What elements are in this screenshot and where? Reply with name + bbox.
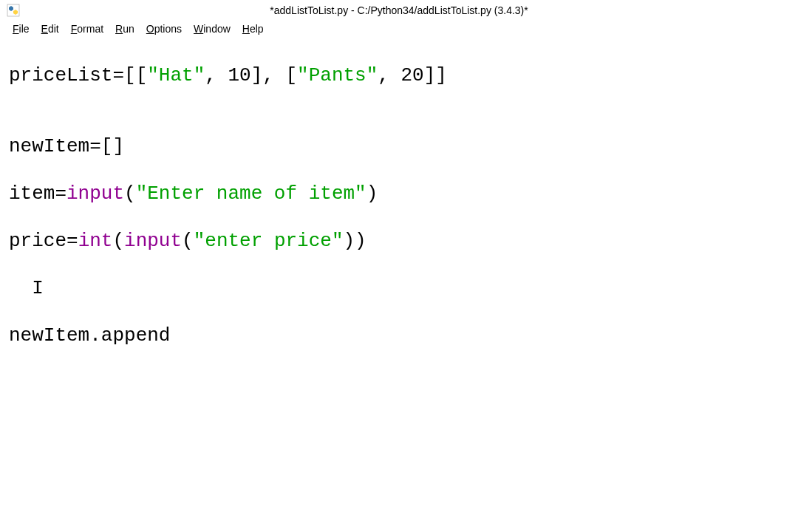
titlebar: *addListToList.py - C:/Python34/addListT…	[0, 0, 798, 21]
code-line-5: price=int(input("enter price"))	[9, 229, 789, 253]
menu-window[interactable]: Window	[188, 22, 236, 35]
menu-edit[interactable]: Edit	[36, 22, 64, 35]
menu-help[interactable]: Help	[237, 22, 269, 35]
code-line-7: newItem.append	[9, 324, 789, 347]
code-line-3: newItem=[]	[9, 134, 789, 158]
code-line-1: priceList=[["Hat", 10], ["Pants", 20]]	[9, 64, 789, 87]
python-idle-icon	[6, 3, 21, 18]
code-line-4: item=input("Enter name of item")	[9, 182, 789, 205]
menu-format[interactable]: Format	[66, 22, 109, 35]
menu-run[interactable]: Run	[110, 22, 140, 35]
text-caret-icon: I	[9, 277, 44, 299]
window-title: *addListToList.py - C:/Python34/addListT…	[270, 4, 528, 16]
menubar: File Edit Format Run Options Window Help	[0, 21, 798, 37]
menu-file[interactable]: File	[7, 22, 35, 35]
svg-rect-0	[7, 4, 19, 16]
code-line-6-caret: I	[9, 276, 789, 300]
code-editor[interactable]: priceList=[["Hat", 10], ["Pants", 20]] n…	[0, 37, 798, 532]
menu-options[interactable]: Options	[141, 22, 187, 35]
idle-window: *addListToList.py - C:/Python34/addListT…	[0, 0, 798, 532]
